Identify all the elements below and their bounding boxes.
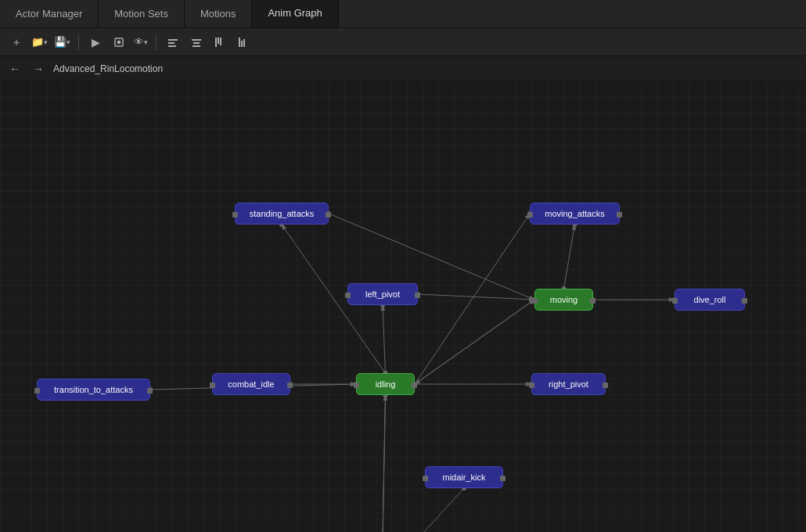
- breadcrumb-path: Advanced_RinLocomotion: [53, 63, 163, 74]
- forward-button[interactable]: →: [30, 60, 47, 77]
- svg-rect-7: [193, 45, 200, 47]
- svg-rect-2: [168, 39, 178, 41]
- view-button[interactable]: 👁▾: [132, 33, 149, 52]
- align-center-button[interactable]: [186, 33, 207, 52]
- svg-rect-11: [239, 38, 240, 47]
- play-button[interactable]: ▶: [85, 33, 106, 52]
- frame-button[interactable]: [109, 33, 129, 52]
- node-moving[interactable]: moving: [534, 289, 593, 311]
- align-bottom-button[interactable]: [233, 33, 254, 52]
- connection-moving-idling: [415, 300, 534, 384]
- back-button[interactable]: ←: [6, 60, 23, 77]
- node-right_pivot[interactable]: right_pivot: [531, 373, 606, 395]
- svg-rect-5: [192, 39, 201, 41]
- node-idling[interactable]: idling: [356, 373, 415, 395]
- svg-rect-12: [241, 41, 243, 47]
- node-left_pivot[interactable]: left_pivot: [347, 283, 418, 305]
- align-top-button[interactable]: [210, 33, 230, 52]
- svg-rect-3: [168, 42, 175, 44]
- svg-rect-6: [193, 42, 200, 44]
- svg-rect-13: [243, 39, 245, 47]
- connection-left_pivot-moving: [418, 294, 534, 300]
- tab-actor-manager[interactable]: Actor Manager: [0, 0, 99, 27]
- svg-rect-8: [215, 38, 217, 47]
- separator-1: [78, 34, 79, 50]
- connection-idling-moving: [415, 300, 534, 384]
- node-transition_to_attacks[interactable]: transition_to_attacks: [37, 379, 150, 401]
- connection-in_place_jump-idling: [382, 395, 386, 532]
- add-button[interactable]: +: [6, 33, 27, 52]
- node-midair_kick[interactable]: midair_kick: [425, 466, 503, 488]
- node-combat_idle[interactable]: combat_idle: [212, 373, 290, 395]
- save-button[interactable]: 💾▾: [52, 33, 72, 52]
- toolbar: + 📁▾ 💾▾ ▶ 👁▾: [0, 28, 806, 56]
- connection-idling-moving_attacks: [415, 214, 530, 384]
- svg-rect-9: [218, 38, 219, 44]
- separator-2: [156, 34, 157, 50]
- connection-idling-in_place_jump: [382, 395, 386, 532]
- breadcrumb-bar: ← → Advanced_RinLocomotion: [0, 56, 806, 81]
- align-left-button[interactable]: [163, 33, 183, 52]
- tab-anim-graph[interactable]: Anim Graph: [252, 0, 338, 27]
- node-moving_attacks[interactable]: moving_attacks: [530, 203, 620, 225]
- connection-midair_kick-in_place_jump: [382, 488, 464, 532]
- svg-rect-1: [117, 41, 121, 44]
- tab-bar: Actor Manager Motion Sets Motions Anim G…: [0, 0, 806, 28]
- open-button[interactable]: 📁▾: [30, 33, 49, 52]
- svg-rect-10: [220, 38, 221, 45]
- node-standing_attacks[interactable]: standing_attacks: [235, 203, 329, 225]
- tab-motion-sets[interactable]: Motion Sets: [99, 0, 185, 27]
- tab-motions[interactable]: Motions: [185, 0, 253, 27]
- connection-moving-moving_attacks: [564, 225, 575, 289]
- node-dive_roll[interactable]: dive_roll: [675, 289, 745, 311]
- canvas-area[interactable]: standing_attacksmoving_attacksleft_pivot…: [0, 81, 806, 532]
- svg-rect-4: [168, 45, 176, 47]
- connection-idling-left_pivot: [383, 305, 386, 373]
